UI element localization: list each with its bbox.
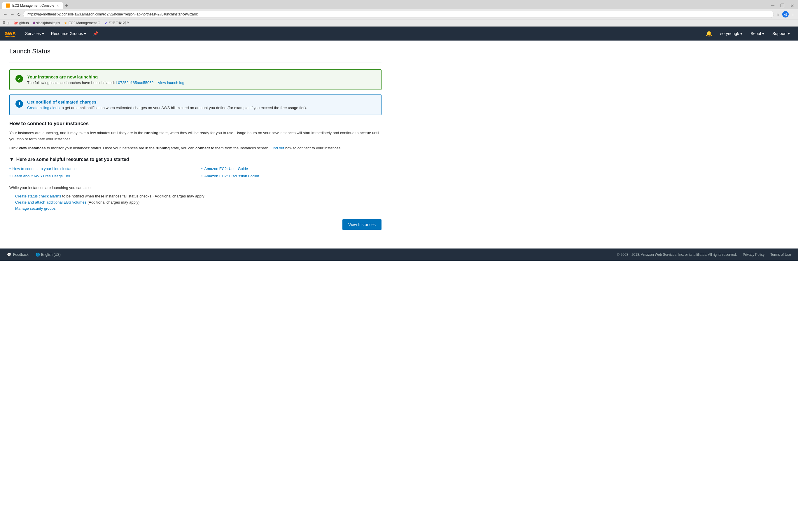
notifications-bell[interactable]: 🔔 bbox=[706, 30, 712, 37]
success-icon: ✔ bbox=[16, 75, 23, 82]
copyright-text: © 2008 - 2018, Amazon Web Services, Inc.… bbox=[617, 252, 737, 256]
view-instances-button[interactable]: View Instances bbox=[342, 219, 381, 230]
forward-button[interactable]: → bbox=[10, 12, 15, 17]
nav-resource-groups[interactable]: Resource Groups ▾ bbox=[48, 26, 90, 40]
bookmark-star-button[interactable]: ☆ bbox=[776, 12, 780, 17]
bookmark-github[interactable]: 🐙 github bbox=[14, 21, 29, 25]
refresh-button[interactable]: ↻ bbox=[17, 12, 21, 17]
connect-para2: Click View Instances to monitor your ins… bbox=[10, 145, 381, 151]
privacy-policy-link[interactable]: Privacy Policy bbox=[743, 252, 765, 256]
browser-menu-button[interactable]: ⋮ bbox=[791, 12, 795, 17]
running-bold-1: running bbox=[145, 131, 158, 135]
bullet-1: • bbox=[10, 167, 11, 171]
connect-para1: Your instances are launching, and it may… bbox=[10, 130, 381, 142]
create-status-alarms-link[interactable]: Create status check alarms bbox=[15, 194, 61, 198]
feedback-icon: 💬 bbox=[7, 252, 12, 256]
bookmark-programmers-label: 프로그래머스 bbox=[109, 20, 130, 25]
linux-connect-link[interactable]: How to connect to your Linux instance bbox=[13, 167, 77, 171]
success-alert-text: The following instance launches have bee… bbox=[27, 80, 375, 85]
nav-pin[interactable]: 📌 bbox=[90, 26, 101, 40]
connect-bold: connect bbox=[195, 146, 210, 150]
browser-chrome: EC2 Management Console ✕ + ─ ❐ ✕ ← → ↻ ☆… bbox=[0, 0, 798, 26]
nav-right: 🔔 soryeongk ▾ Seoul ▾ Support ▾ bbox=[706, 26, 793, 40]
nav-services[interactable]: Services ▾ bbox=[22, 26, 48, 40]
programmers-icon: ✔ bbox=[104, 21, 107, 25]
nav-user[interactable]: soryeongk ▾ bbox=[717, 26, 746, 40]
nav-region-label: Seoul bbox=[750, 31, 761, 36]
terms-of-use-link[interactable]: Terms of Use bbox=[770, 252, 791, 256]
resources-section-title[interactable]: ▼ Here are some helpful resources to get… bbox=[10, 157, 381, 162]
nav-region[interactable]: Seoul ▾ bbox=[747, 26, 768, 40]
info-icon: ℹ bbox=[16, 100, 23, 108]
account-avatar[interactable]: 성 bbox=[782, 11, 788, 18]
bookmark-ec2[interactable]: ★ EC2 Management C bbox=[64, 21, 100, 25]
back-button[interactable]: ← bbox=[3, 12, 7, 17]
success-alert-content: Your instances are now launching The fol… bbox=[27, 74, 375, 85]
nav-resource-groups-chevron: ▾ bbox=[84, 31, 86, 36]
tab-bar: EC2 Management Console ✕ + ─ ❐ ✕ bbox=[0, 0, 798, 10]
bullet-3: • bbox=[201, 167, 203, 171]
aws-nav: aws Services ▾ Resource Groups ▾ 📌 🔔 sor… bbox=[0, 26, 798, 40]
while-item-1: Create status check alarms to be notifie… bbox=[15, 194, 381, 198]
nav-support-label: Support bbox=[772, 31, 786, 36]
success-alert-prefix: The following instance launches have bee… bbox=[27, 80, 115, 85]
svg-text:aws: aws bbox=[5, 30, 16, 36]
apps-icon: ⠿ bbox=[3, 21, 5, 25]
tab-favicon bbox=[6, 3, 10, 7]
find-out-link[interactable]: Find out bbox=[270, 146, 284, 150]
new-tab-button[interactable]: + bbox=[63, 3, 71, 9]
resource-item-user-guide: • Amazon EC2: User Guide bbox=[201, 166, 381, 172]
tab-close-button[interactable]: ✕ bbox=[57, 4, 59, 7]
bookmark-slack[interactable]: # slack|dataitgirls bbox=[33, 21, 60, 25]
feedback-button[interactable]: 💬 Feedback bbox=[7, 252, 28, 256]
aws-logo[interactable]: aws bbox=[5, 30, 16, 37]
address-bar[interactable] bbox=[23, 11, 774, 18]
manage-security-groups-link[interactable]: Manage security groups bbox=[15, 206, 56, 211]
language-label: English (US) bbox=[41, 252, 61, 256]
resources-grid: • How to connect to your Linux instance … bbox=[10, 166, 381, 179]
view-launch-log-link[interactable]: View launch log bbox=[158, 80, 184, 85]
bookmark-github-label: github bbox=[19, 21, 29, 25]
language-selector[interactable]: 🌐 English (US) bbox=[36, 252, 61, 256]
discussion-forum-link[interactable]: Amazon EC2: Discussion Forum bbox=[205, 174, 259, 178]
tab-title: EC2 Management Console bbox=[12, 3, 54, 7]
active-tab[interactable]: EC2 Management Console ✕ bbox=[2, 2, 63, 10]
ec2-bookmark-icon: ★ bbox=[64, 21, 68, 25]
nav-user-chevron: ▾ bbox=[740, 31, 742, 36]
nav-resource-groups-label: Resource Groups bbox=[51, 31, 83, 36]
minimize-button[interactable]: ─ bbox=[770, 2, 776, 9]
view-instances-bold: View Instances bbox=[19, 146, 46, 150]
billing-alert-content: Get notified of estimated charges Create… bbox=[27, 99, 375, 110]
footer: 💬 Feedback 🌐 English (US) © 2008 - 2018,… bbox=[0, 248, 798, 261]
nav-support[interactable]: Support ▾ bbox=[769, 26, 793, 40]
billing-alert-title: Get notified of estimated charges bbox=[27, 99, 375, 104]
bookmark-apps[interactable]: ⠿ ⊞ bbox=[3, 21, 10, 25]
create-ebs-link[interactable]: Create and attach additional EBS volumes bbox=[15, 200, 86, 205]
billing-alert-text: Create billing alerts to get an email no… bbox=[27, 106, 375, 110]
while-item-1-text: to be notified when these instances fail… bbox=[62, 194, 205, 198]
slack-icon: # bbox=[33, 21, 35, 25]
while-item-2-text: (Additional charges may apply) bbox=[88, 200, 139, 205]
instance-id-link[interactable]: i-07252e185aac55062 bbox=[116, 80, 153, 85]
nav-services-chevron: ▾ bbox=[42, 31, 44, 36]
address-bar-row: ← → ↻ ☆ 성 ⋮ bbox=[0, 10, 798, 19]
maximize-button[interactable]: ❐ bbox=[778, 2, 786, 9]
globe-icon: 🌐 bbox=[36, 252, 40, 256]
while-intro: While your instances are launching you c… bbox=[10, 185, 381, 191]
bookmark-programmers[interactable]: ✔ 프로그래머스 bbox=[104, 20, 130, 25]
bookmark-slack-label: slack|dataitgirls bbox=[36, 21, 60, 25]
resources-chevron-icon: ▼ bbox=[10, 157, 14, 162]
user-guide-link[interactable]: Amazon EC2: User Guide bbox=[205, 167, 248, 171]
resource-item-forum: • Amazon EC2: Discussion Forum bbox=[201, 173, 381, 179]
bookmarks-bar: ⠿ ⊞ 🐙 github # slack|dataitgirls ★ EC2 M… bbox=[0, 19, 798, 26]
create-billing-alerts-link[interactable]: Create billing alerts bbox=[27, 106, 59, 110]
button-row: View Instances bbox=[10, 219, 381, 230]
bookmark-ec2-label: EC2 Management C bbox=[69, 21, 100, 25]
aws-logo-svg: aws bbox=[5, 30, 16, 37]
nav-region-chevron: ▾ bbox=[762, 31, 764, 36]
close-button[interactable]: ✕ bbox=[788, 2, 796, 9]
free-tier-link[interactable]: Learn about AWS Free Usage Tier bbox=[13, 174, 70, 178]
footer-right: © 2008 - 2018, Amazon Web Services, Inc.… bbox=[617, 252, 791, 256]
while-item-3: Manage security groups bbox=[15, 206, 381, 211]
while-section: While your instances are launching you c… bbox=[10, 185, 381, 211]
